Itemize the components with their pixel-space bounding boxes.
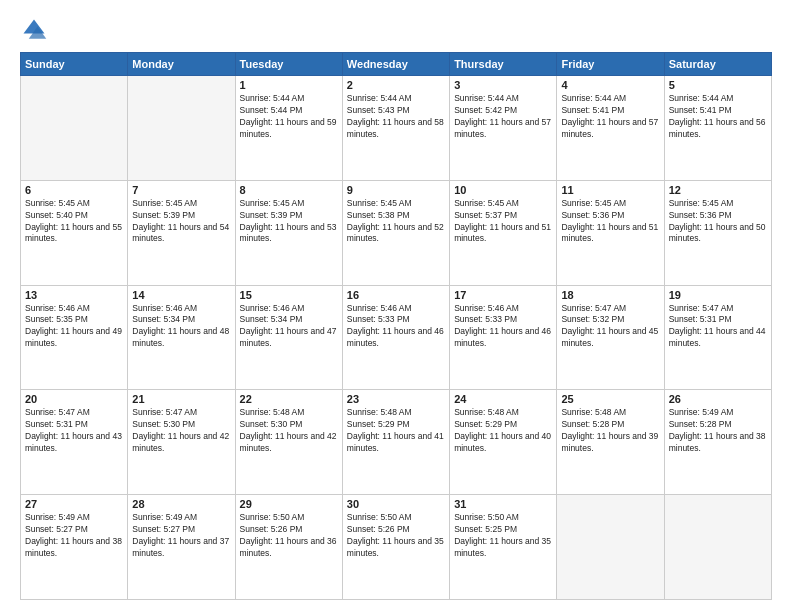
calendar-cell: 26Sunrise: 5:49 AM Sunset: 5:28 PM Dayli… [664, 390, 771, 495]
weekday-header-tuesday: Tuesday [235, 53, 342, 76]
calendar-cell: 7Sunrise: 5:45 AM Sunset: 5:39 PM Daylig… [128, 180, 235, 285]
calendar-table: SundayMondayTuesdayWednesdayThursdayFrid… [20, 52, 772, 600]
day-number: 31 [454, 498, 552, 510]
day-info: Sunrise: 5:45 AM Sunset: 5:36 PM Dayligh… [669, 198, 767, 246]
calendar-cell: 23Sunrise: 5:48 AM Sunset: 5:29 PM Dayli… [342, 390, 449, 495]
week-row-4: 27Sunrise: 5:49 AM Sunset: 5:27 PM Dayli… [21, 495, 772, 600]
calendar-cell: 31Sunrise: 5:50 AM Sunset: 5:25 PM Dayli… [450, 495, 557, 600]
day-number: 10 [454, 184, 552, 196]
day-number: 24 [454, 393, 552, 405]
day-info: Sunrise: 5:49 AM Sunset: 5:27 PM Dayligh… [25, 512, 123, 560]
logo-icon [20, 16, 48, 44]
calendar-cell: 14Sunrise: 5:46 AM Sunset: 5:34 PM Dayli… [128, 285, 235, 390]
calendar-cell: 11Sunrise: 5:45 AM Sunset: 5:36 PM Dayli… [557, 180, 664, 285]
day-info: Sunrise: 5:45 AM Sunset: 5:38 PM Dayligh… [347, 198, 445, 246]
day-number: 13 [25, 289, 123, 301]
day-info: Sunrise: 5:50 AM Sunset: 5:26 PM Dayligh… [240, 512, 338, 560]
calendar-cell: 6Sunrise: 5:45 AM Sunset: 5:40 PM Daylig… [21, 180, 128, 285]
weekday-header-monday: Monday [128, 53, 235, 76]
weekday-header-thursday: Thursday [450, 53, 557, 76]
day-info: Sunrise: 5:46 AM Sunset: 5:34 PM Dayligh… [132, 303, 230, 351]
calendar-cell: 24Sunrise: 5:48 AM Sunset: 5:29 PM Dayli… [450, 390, 557, 495]
calendar-cell: 30Sunrise: 5:50 AM Sunset: 5:26 PM Dayli… [342, 495, 449, 600]
day-info: Sunrise: 5:46 AM Sunset: 5:35 PM Dayligh… [25, 303, 123, 351]
day-number: 27 [25, 498, 123, 510]
calendar-cell [128, 76, 235, 181]
calendar-cell [664, 495, 771, 600]
calendar-cell: 10Sunrise: 5:45 AM Sunset: 5:37 PM Dayli… [450, 180, 557, 285]
day-number: 3 [454, 79, 552, 91]
weekday-header-row: SundayMondayTuesdayWednesdayThursdayFrid… [21, 53, 772, 76]
calendar-cell: 25Sunrise: 5:48 AM Sunset: 5:28 PM Dayli… [557, 390, 664, 495]
day-number: 25 [561, 393, 659, 405]
week-row-2: 13Sunrise: 5:46 AM Sunset: 5:35 PM Dayli… [21, 285, 772, 390]
day-number: 9 [347, 184, 445, 196]
week-row-0: 1Sunrise: 5:44 AM Sunset: 5:44 PM Daylig… [21, 76, 772, 181]
weekday-header-wednesday: Wednesday [342, 53, 449, 76]
day-info: Sunrise: 5:46 AM Sunset: 5:34 PM Dayligh… [240, 303, 338, 351]
calendar-cell: 2Sunrise: 5:44 AM Sunset: 5:43 PM Daylig… [342, 76, 449, 181]
calendar-cell: 3Sunrise: 5:44 AM Sunset: 5:42 PM Daylig… [450, 76, 557, 181]
day-info: Sunrise: 5:44 AM Sunset: 5:44 PM Dayligh… [240, 93, 338, 141]
day-info: Sunrise: 5:46 AM Sunset: 5:33 PM Dayligh… [454, 303, 552, 351]
day-info: Sunrise: 5:50 AM Sunset: 5:26 PM Dayligh… [347, 512, 445, 560]
calendar-cell: 19Sunrise: 5:47 AM Sunset: 5:31 PM Dayli… [664, 285, 771, 390]
calendar-cell [557, 495, 664, 600]
day-number: 2 [347, 79, 445, 91]
day-number: 8 [240, 184, 338, 196]
day-info: Sunrise: 5:50 AM Sunset: 5:25 PM Dayligh… [454, 512, 552, 560]
week-row-1: 6Sunrise: 5:45 AM Sunset: 5:40 PM Daylig… [21, 180, 772, 285]
day-info: Sunrise: 5:47 AM Sunset: 5:31 PM Dayligh… [25, 407, 123, 455]
calendar-cell [21, 76, 128, 181]
calendar-cell: 21Sunrise: 5:47 AM Sunset: 5:30 PM Dayli… [128, 390, 235, 495]
day-number: 14 [132, 289, 230, 301]
day-info: Sunrise: 5:45 AM Sunset: 5:39 PM Dayligh… [240, 198, 338, 246]
logo [20, 16, 52, 44]
day-number: 11 [561, 184, 659, 196]
day-number: 1 [240, 79, 338, 91]
day-info: Sunrise: 5:48 AM Sunset: 5:29 PM Dayligh… [454, 407, 552, 455]
calendar-cell: 8Sunrise: 5:45 AM Sunset: 5:39 PM Daylig… [235, 180, 342, 285]
day-info: Sunrise: 5:48 AM Sunset: 5:28 PM Dayligh… [561, 407, 659, 455]
day-number: 12 [669, 184, 767, 196]
day-info: Sunrise: 5:49 AM Sunset: 5:27 PM Dayligh… [132, 512, 230, 560]
day-number: 23 [347, 393, 445, 405]
day-number: 22 [240, 393, 338, 405]
day-info: Sunrise: 5:44 AM Sunset: 5:41 PM Dayligh… [561, 93, 659, 141]
calendar-cell: 17Sunrise: 5:46 AM Sunset: 5:33 PM Dayli… [450, 285, 557, 390]
day-number: 29 [240, 498, 338, 510]
header [20, 16, 772, 44]
day-number: 7 [132, 184, 230, 196]
day-info: Sunrise: 5:45 AM Sunset: 5:37 PM Dayligh… [454, 198, 552, 246]
week-row-3: 20Sunrise: 5:47 AM Sunset: 5:31 PM Dayli… [21, 390, 772, 495]
calendar-cell: 5Sunrise: 5:44 AM Sunset: 5:41 PM Daylig… [664, 76, 771, 181]
calendar-cell: 13Sunrise: 5:46 AM Sunset: 5:35 PM Dayli… [21, 285, 128, 390]
day-number: 17 [454, 289, 552, 301]
day-number: 19 [669, 289, 767, 301]
day-info: Sunrise: 5:47 AM Sunset: 5:31 PM Dayligh… [669, 303, 767, 351]
calendar-cell: 28Sunrise: 5:49 AM Sunset: 5:27 PM Dayli… [128, 495, 235, 600]
day-number: 18 [561, 289, 659, 301]
calendar-cell: 20Sunrise: 5:47 AM Sunset: 5:31 PM Dayli… [21, 390, 128, 495]
day-number: 28 [132, 498, 230, 510]
weekday-header-friday: Friday [557, 53, 664, 76]
calendar-cell: 27Sunrise: 5:49 AM Sunset: 5:27 PM Dayli… [21, 495, 128, 600]
calendar-cell: 29Sunrise: 5:50 AM Sunset: 5:26 PM Dayli… [235, 495, 342, 600]
day-info: Sunrise: 5:46 AM Sunset: 5:33 PM Dayligh… [347, 303, 445, 351]
calendar-cell: 15Sunrise: 5:46 AM Sunset: 5:34 PM Dayli… [235, 285, 342, 390]
day-info: Sunrise: 5:48 AM Sunset: 5:30 PM Dayligh… [240, 407, 338, 455]
day-info: Sunrise: 5:44 AM Sunset: 5:43 PM Dayligh… [347, 93, 445, 141]
day-number: 26 [669, 393, 767, 405]
day-number: 6 [25, 184, 123, 196]
page: SundayMondayTuesdayWednesdayThursdayFrid… [0, 0, 792, 612]
day-number: 5 [669, 79, 767, 91]
day-info: Sunrise: 5:48 AM Sunset: 5:29 PM Dayligh… [347, 407, 445, 455]
day-info: Sunrise: 5:44 AM Sunset: 5:41 PM Dayligh… [669, 93, 767, 141]
day-info: Sunrise: 5:49 AM Sunset: 5:28 PM Dayligh… [669, 407, 767, 455]
calendar-cell: 16Sunrise: 5:46 AM Sunset: 5:33 PM Dayli… [342, 285, 449, 390]
day-info: Sunrise: 5:47 AM Sunset: 5:32 PM Dayligh… [561, 303, 659, 351]
day-number: 30 [347, 498, 445, 510]
weekday-header-saturday: Saturday [664, 53, 771, 76]
calendar-cell: 9Sunrise: 5:45 AM Sunset: 5:38 PM Daylig… [342, 180, 449, 285]
day-number: 21 [132, 393, 230, 405]
